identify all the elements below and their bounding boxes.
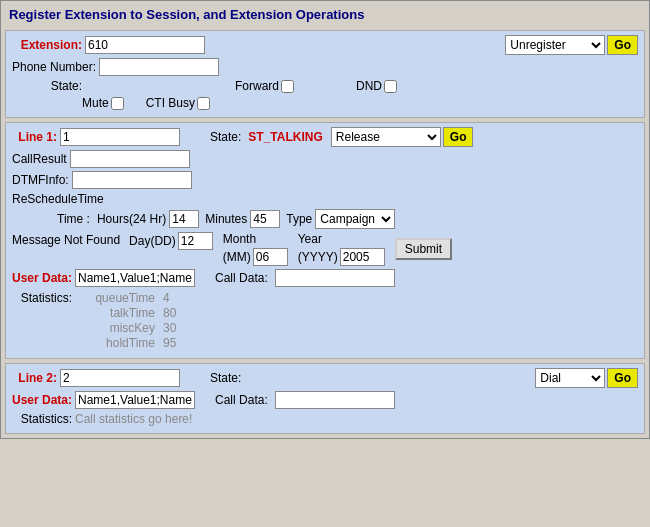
- stat-holdtime-name: holdTime: [75, 336, 155, 350]
- hours-input[interactable]: [169, 210, 199, 228]
- stat-misckey-value: 30: [163, 321, 176, 335]
- line2-user-data-label: User Data:: [12, 393, 72, 407]
- month-input[interactable]: [253, 248, 288, 266]
- userdata-calldata-row: User Data: Call Data:: [12, 269, 638, 287]
- state-forward-dnd-row: State: Forward DND: [12, 79, 638, 93]
- month-outer-label: Month: [223, 232, 256, 246]
- release-select[interactable]: Release Hold Unhold Transfer Conference: [331, 127, 441, 147]
- line1-label: Line 1:: [12, 130, 57, 144]
- type-label: Type: [286, 212, 312, 226]
- minutes-label: Minutes: [205, 212, 247, 226]
- line1-input[interactable]: [60, 128, 180, 146]
- year-outer-label: Year: [298, 232, 322, 246]
- extension-label: Extension:: [12, 38, 82, 52]
- line2-go-button[interactable]: Go: [607, 368, 638, 388]
- type-select[interactable]: Campaign Personal: [315, 209, 395, 229]
- mute-cti-row: Mute CTI Busy: [12, 96, 638, 110]
- year-input[interactable]: [340, 248, 385, 266]
- submit-button[interactable]: Submit: [395, 238, 452, 260]
- line2-input[interactable]: [60, 369, 180, 387]
- month-label: (MM): [223, 250, 251, 264]
- dnd-label: DND: [356, 79, 382, 93]
- line2-statistics-label: Statistics:: [12, 412, 72, 426]
- statistics-row: Statistics: queueTime 4 talkTime 80 misc…: [12, 291, 638, 351]
- phone-number-row: Phone Number:: [12, 58, 638, 76]
- day-label: Day(DD): [129, 234, 176, 248]
- time-label: Time :: [57, 212, 90, 226]
- stat-talktime: talkTime 80: [75, 306, 176, 320]
- stat-talktime-name: talkTime: [75, 306, 155, 320]
- line1-state-label: State:: [210, 130, 241, 144]
- hours-label: Hours(24 Hr): [97, 212, 166, 226]
- dtmfinfo-row: DTMFInfo:: [12, 171, 638, 189]
- message-not-found-row: Message Not Found Day(DD) Month (MM): [12, 232, 638, 266]
- line2-statistics-row: Statistics: Call statistics go here!: [12, 412, 638, 426]
- stat-queuetime-value: 4: [163, 291, 170, 305]
- line2-label: Line 2:: [12, 371, 57, 385]
- callresult-input[interactable]: [70, 150, 190, 168]
- mute-checkbox[interactable]: [111, 97, 124, 110]
- stat-misckey-name: miscKey: [75, 321, 155, 335]
- stat-talktime-value: 80: [163, 306, 176, 320]
- line2-call-data-input[interactable]: [275, 391, 395, 409]
- line2-user-data-input[interactable]: [75, 391, 195, 409]
- line2-statistics-value: Call statistics go here!: [75, 412, 192, 426]
- line1-section: Line 1: State: ST_TALKING Release Hold U…: [5, 122, 645, 359]
- cti-busy-label: CTI Busy: [146, 96, 195, 110]
- top-section: Extension: Unregister Go Phone Number: S…: [5, 30, 645, 118]
- dial-select[interactable]: Dial Release: [535, 368, 605, 388]
- line1-go-button[interactable]: Go: [443, 127, 474, 147]
- main-container: Register Extension to Session, and Exten…: [0, 0, 650, 439]
- call-data-input[interactable]: [275, 269, 395, 287]
- line2-state-row: Line 2: State: Dial Release Go: [12, 368, 638, 388]
- mute-label: Mute: [82, 96, 109, 110]
- user-data-label: User Data:: [12, 271, 72, 285]
- unregister-go-button[interactable]: Go: [607, 35, 638, 55]
- time-row: Time : Hours(24 Hr) Minutes Type Campaig…: [12, 209, 638, 229]
- line2-call-data-label: Call Data:: [215, 393, 268, 407]
- stat-queuetime-name: queueTime: [75, 291, 155, 305]
- dtmfinfo-input[interactable]: [72, 171, 192, 189]
- user-data-input[interactable]: [75, 269, 195, 287]
- phone-number-label: Phone Number:: [12, 60, 96, 74]
- phone-number-input[interactable]: [99, 58, 219, 76]
- stat-holdtime: holdTime 95: [75, 336, 176, 350]
- page-title: Register Extension to Session, and Exten…: [5, 5, 645, 24]
- day-input[interactable]: [178, 232, 213, 250]
- callresult-label: CallResult: [12, 152, 67, 166]
- extension-row: Extension: Unregister Go: [12, 35, 638, 55]
- call-data-label: Call Data:: [215, 271, 268, 285]
- line2-state-label: State:: [210, 371, 241, 385]
- dnd-checkbox[interactable]: [384, 80, 397, 93]
- state-label: State:: [12, 79, 82, 93]
- dtmfinfo-label: DTMFInfo:: [12, 173, 69, 187]
- line1-state-value: ST_TALKING: [248, 130, 322, 144]
- extension-input[interactable]: [85, 36, 205, 54]
- year-label: (YYYY): [298, 250, 338, 264]
- stat-holdtime-value: 95: [163, 336, 176, 350]
- cti-busy-checkbox[interactable]: [197, 97, 210, 110]
- message-not-found-label: Message Not Found: [12, 232, 120, 249]
- statistics-label: Statistics:: [12, 291, 72, 305]
- statistics-list: queueTime 4 talkTime 80 miscKey 30 holdT…: [75, 291, 176, 351]
- minutes-input[interactable]: [250, 210, 280, 228]
- callresult-row: CallResult: [12, 150, 638, 168]
- reschedule-label: ReScheduleTime: [12, 192, 104, 206]
- unregister-select[interactable]: Unregister: [505, 35, 605, 55]
- reschedule-row: ReScheduleTime: [12, 192, 638, 206]
- stat-misckey: miscKey 30: [75, 321, 176, 335]
- forward-label: Forward: [235, 79, 279, 93]
- stat-queuetime: queueTime 4: [75, 291, 176, 305]
- forward-checkbox[interactable]: [281, 80, 294, 93]
- line1-state-row: Line 1: State: ST_TALKING Release Hold U…: [12, 127, 638, 147]
- line2-section: Line 2: State: Dial Release Go User Data…: [5, 363, 645, 434]
- line2-userdata-calldata-row: User Data: Call Data:: [12, 391, 638, 409]
